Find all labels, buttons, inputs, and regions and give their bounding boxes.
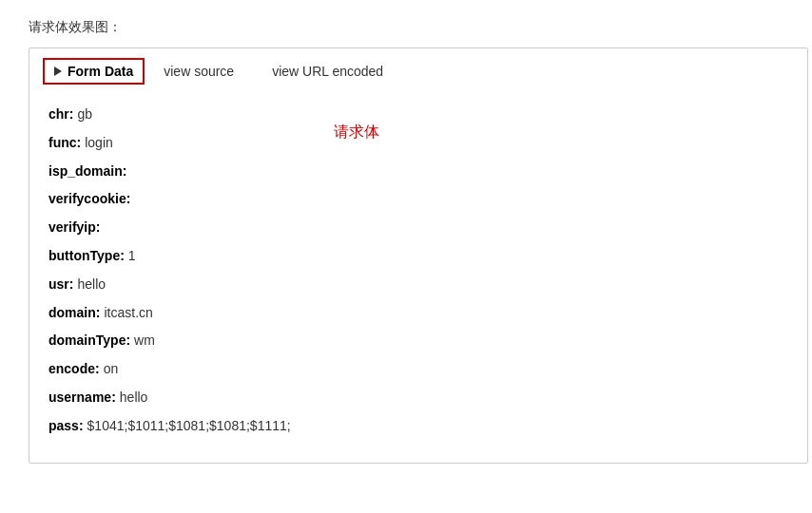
form-value: hello <box>120 387 148 409</box>
view-url-tab[interactable]: view URL encoded <box>253 60 402 83</box>
form-value: gb <box>77 104 92 126</box>
table-row: username: hello <box>48 387 788 409</box>
table-row: isp_domain: <box>48 161 788 183</box>
form-key: domain: <box>48 302 100 325</box>
view-source-tab[interactable]: view source <box>145 60 253 83</box>
table-row: pass: $1041;$1011;$1081;$1081;$1111; <box>48 415 788 438</box>
form-data-tab[interactable]: Form Data <box>43 58 145 85</box>
form-value: hello <box>77 274 106 296</box>
form-value: on <box>104 358 119 381</box>
form-key: func: <box>48 132 81 155</box>
form-key: verifyip: <box>48 217 100 239</box>
table-row: func: login <box>48 132 788 155</box>
table-row: usr: hello <box>48 274 788 296</box>
form-value: $1041;$1011;$1081;$1081;$1111; <box>87 415 291 438</box>
form-data-label: Form Data <box>68 64 133 79</box>
form-value: login <box>85 132 113 155</box>
page-title: 请求体效果图： <box>29 19 783 36</box>
form-key: usr: <box>48 274 73 296</box>
form-rows-container: chr: gbfunc: loginisp_domain:verifycooki… <box>48 104 788 438</box>
form-key: verifycookie: <box>48 188 130 211</box>
form-key: chr: <box>48 104 73 126</box>
form-key: username: <box>48 387 116 409</box>
table-row: buttonType: 1 <box>48 245 788 268</box>
form-value: wm <box>134 330 155 352</box>
form-key: isp_domain: <box>48 161 126 183</box>
form-panel: Form Data view source view URL encoded 请… <box>29 48 808 464</box>
form-key: encode: <box>48 358 100 381</box>
form-key: pass: <box>48 415 84 438</box>
form-value: itcast.cn <box>104 302 152 325</box>
form-key: buttonType: <box>48 245 125 268</box>
form-value: 1 <box>128 245 136 268</box>
annotation-label: 请求体 <box>334 123 379 142</box>
triangle-icon <box>54 66 62 76</box>
form-key: domainType: <box>48 330 130 352</box>
table-row: domain: itcast.cn <box>48 302 788 325</box>
panel-header: Form Data view source view URL encoded <box>29 48 807 94</box>
table-row: encode: on <box>48 358 788 381</box>
table-row: verifyip: <box>48 217 788 239</box>
table-row: domainType: wm <box>48 330 788 352</box>
panel-body: 请求体 chr: gbfunc: loginisp_domain:verifyc… <box>29 94 807 463</box>
table-row: verifycookie: <box>48 188 788 211</box>
view-source-label: view source <box>164 64 234 79</box>
view-url-label: view URL encoded <box>272 64 383 79</box>
table-row: chr: gb <box>48 104 788 126</box>
